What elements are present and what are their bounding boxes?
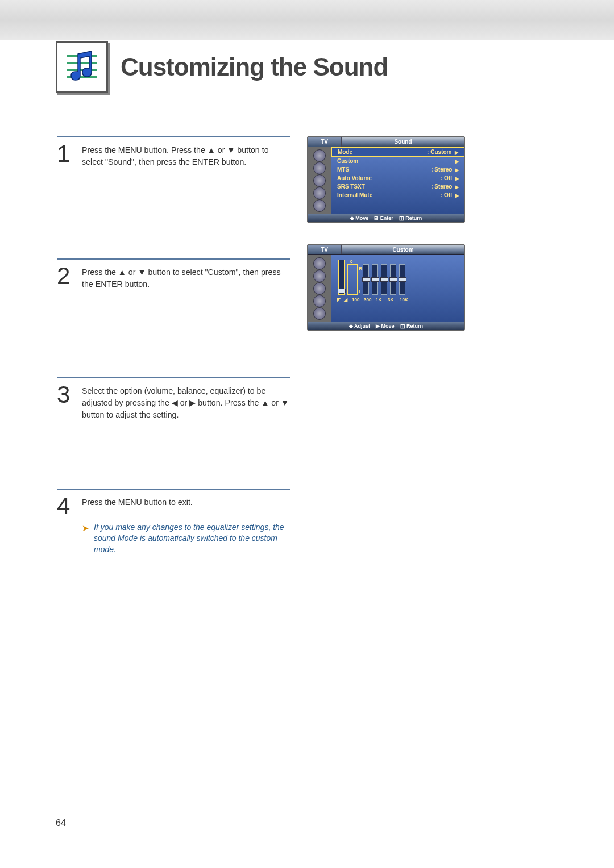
osd-cat-icon xyxy=(313,257,326,270)
step-text: Press the MENU button to exit. xyxy=(82,494,290,508)
osd-titlebar: TV Custom xyxy=(308,245,464,255)
osd-row-label: SRS TSXT xyxy=(337,183,365,190)
hint-enter: ⊞ Enter xyxy=(374,215,393,221)
step-number: 1 xyxy=(57,142,74,168)
osd-cat-icon xyxy=(313,162,326,174)
hint-adjust: ◆ Adjust xyxy=(349,323,370,329)
osd-row-srstsxt[interactable]: SRS TSXT : Stereo ▶ xyxy=(331,182,464,191)
step-text: Select the option (volume, balance, equa… xyxy=(82,383,290,420)
hint-move: ◆ Move xyxy=(350,215,369,221)
osd-row-label: Auto Volume xyxy=(337,175,372,181)
eq-band-label: 3K xyxy=(388,297,397,302)
eq-band-label: 100 xyxy=(352,297,361,302)
osd-cat-icon xyxy=(313,174,326,187)
eq-slider-10k[interactable] xyxy=(399,264,405,295)
music-note-icon xyxy=(62,47,102,87)
nav-left-icon: ◤ xyxy=(337,297,341,302)
osd-cat-icon xyxy=(313,149,326,162)
osd-row-mts[interactable]: MTS : Stereo ▶ xyxy=(331,165,464,174)
page-top-band xyxy=(0,0,614,40)
balance-zero-label: 0 xyxy=(350,259,352,264)
osd-row-value: : Off xyxy=(441,175,453,181)
osd-row-label: Custom xyxy=(337,158,358,164)
step-2: 2 Press the ▲ or ▼ button to select "Cus… xyxy=(57,258,290,312)
osd-title-text: Custom xyxy=(342,245,464,254)
eq-nav-arrows: ◤ ◢ xyxy=(337,297,347,302)
osd-footer-hints: ◆ Move ⊞ Enter ◫ Return xyxy=(308,214,464,222)
chevron-right-icon: ▶ xyxy=(455,185,459,190)
balance-r-label: R xyxy=(359,266,362,271)
eq-slider-300[interactable] xyxy=(372,264,378,295)
note: ➤ If you make any changes to the equaliz… xyxy=(82,522,290,556)
osd-row-label: Internal Mute xyxy=(337,192,372,198)
step-number: 4 xyxy=(57,494,74,555)
page-title: Customizing the Sound xyxy=(121,53,388,81)
osd-category-icons xyxy=(308,255,331,322)
osd-cat-icon xyxy=(313,199,326,212)
step-4: 4 Press the MENU button to exit. ➤ If yo… xyxy=(57,489,290,561)
osd-category-icons xyxy=(308,147,331,214)
step-1: 1 Press the MENU button. Press the ▲ or … xyxy=(57,136,290,190)
osd-cat-icon xyxy=(313,307,326,320)
page-number: 64 xyxy=(56,818,66,828)
osd-row-label: Mode xyxy=(338,149,352,155)
osd-row-value: : Custom xyxy=(427,149,451,155)
volume-slider[interactable] xyxy=(338,260,345,295)
osd-cat-icon xyxy=(313,295,326,307)
osd-row-autovolume[interactable]: Auto Volume : Off ▶ xyxy=(331,174,464,182)
balance-l-label: L xyxy=(359,289,362,294)
osd-tab-tv: TV xyxy=(308,245,342,254)
osd-tab-tv: TV xyxy=(308,137,342,147)
osd-cat-icon xyxy=(313,270,326,282)
eq-slider-3k[interactable] xyxy=(390,264,396,295)
note-text: If you make any changes to the equalizer… xyxy=(94,522,290,556)
chevron-right-icon: ▶ xyxy=(455,168,459,173)
chevron-right-icon: ▶ xyxy=(455,176,459,181)
hint-return: ◫ Return xyxy=(400,323,424,329)
osd-titlebar: TV Sound xyxy=(308,137,464,147)
osd-cat-icon xyxy=(313,282,326,295)
osd-row-label: MTS xyxy=(337,166,349,173)
chevron-right-icon: ▶ xyxy=(455,150,458,155)
step-number: 3 xyxy=(57,383,74,420)
balance-slider[interactable]: 0 R L xyxy=(347,264,358,295)
step-3: 3 Select the option (volume, balance, eq… xyxy=(57,377,290,443)
osd-row-mode[interactable]: Mode : Custom ▶ xyxy=(331,147,464,157)
chevron-right-icon: ▶ xyxy=(455,193,459,198)
osd-row-internalmute[interactable]: Internal Mute : Off ▶ xyxy=(331,191,464,199)
step-number: 2 xyxy=(57,264,74,290)
eq-band-label: 1K xyxy=(376,297,385,302)
equalizer-area: 0 R L ◤ ◢ 100 300 1K xyxy=(331,255,464,322)
nav-right-icon: ◢ xyxy=(344,297,347,302)
svg-rect-1 xyxy=(67,62,97,64)
eq-band-label: 300 xyxy=(364,297,373,302)
eq-slider-100[interactable] xyxy=(363,264,369,295)
osd-title-text: Sound xyxy=(342,137,464,147)
note-arrow-icon: ➤ xyxy=(82,522,89,556)
osd-sound-menu: TV Sound Mode : Custom ▶ Custom ▶ MTS : … xyxy=(307,136,465,223)
osd-custom-equalizer: TV Custom 0 R L xyxy=(307,244,465,331)
osd-row-custom[interactable]: Custom ▶ xyxy=(331,157,464,165)
osd-row-value: : Off xyxy=(441,192,453,198)
sound-section-icon xyxy=(56,41,108,93)
osd-menu-list: Mode : Custom ▶ Custom ▶ MTS : Stereo ▶ … xyxy=(331,147,464,214)
hint-move: ▶ Move xyxy=(376,323,395,329)
svg-rect-2 xyxy=(67,69,97,71)
step-text: Press the MENU button. Press the ▲ or ▼ … xyxy=(82,142,290,168)
chevron-right-icon: ▶ xyxy=(455,159,459,164)
osd-cat-icon xyxy=(313,187,326,199)
eq-slider-1k[interactable] xyxy=(381,264,387,295)
page-header: Customizing the Sound xyxy=(56,41,614,93)
eq-band-label: 10K xyxy=(400,297,409,302)
osd-footer-hints: ◆ Adjust ▶ Move ◫ Return xyxy=(308,322,464,330)
step-text: Press the ▲ or ▼ button to select "Custo… xyxy=(82,264,290,290)
eq-band-labels: 100 300 1K 3K 10K xyxy=(349,297,409,302)
osd-row-value: : Stereo xyxy=(431,183,452,190)
osd-row-value: : Stereo xyxy=(431,166,452,173)
hint-return: ◫ Return xyxy=(399,215,422,221)
